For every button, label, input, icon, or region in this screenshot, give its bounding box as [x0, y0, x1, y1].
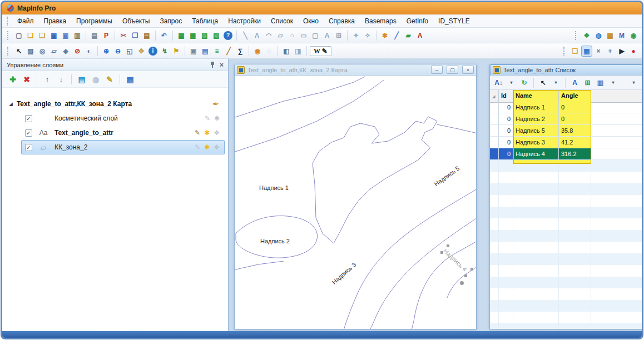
- menu-objects[interactable]: Объекты: [117, 16, 155, 27]
- map-label-nadpis-2[interactable]: Надпись 2: [260, 238, 290, 244]
- table-row[interactable]: 0 Надпись 3 41.2: [490, 137, 642, 148]
- layer-control-icon[interactable]: ▤: [200, 46, 211, 57]
- transparency-icon[interactable]: ◍: [90, 73, 102, 86]
- layer-checkbox[interactable]: ✓: [25, 115, 32, 122]
- save-table-icon[interactable]: ▣: [48, 30, 60, 41]
- set-target-icon[interactable]: ◉: [252, 46, 263, 57]
- table-corner-cell[interactable]: ◢: [490, 90, 499, 103]
- table-row[interactable]: 0 Надпись 5 35.8: [490, 125, 642, 137]
- window-list-icon[interactable]: ▦: [581, 46, 592, 57]
- change-view-icon[interactable]: ◱: [124, 46, 135, 57]
- minimize-button[interactable]: –: [431, 66, 443, 74]
- browser-window-titlebar[interactable]: ▦ Text_angle_to_attr Список: [490, 64, 642, 76]
- cell-id[interactable]: 0: [499, 113, 513, 125]
- zoom-out-icon[interactable]: ⊖: [112, 46, 123, 57]
- layer-row-text-angle[interactable]: ✓ Aa Text_angle_to_attr ✎ ✱ ❖: [21, 126, 225, 140]
- menu-list[interactable]: Список: [266, 16, 298, 27]
- map-window-titlebar[interactable]: ▦ Text_angle_to_attr,КК_зона_2 Карта – ▢…: [235, 64, 476, 76]
- select-arrow-dropdown-icon[interactable]: ▾: [550, 77, 562, 88]
- column-header-angle[interactable]: Angle: [559, 90, 591, 103]
- tool-extensions-icon[interactable]: ❖: [581, 30, 592, 41]
- arc-tool-icon[interactable]: ◠: [263, 30, 274, 41]
- pan-tool-icon[interactable]: ✥: [136, 46, 147, 57]
- export-pdf-icon[interactable]: P: [101, 30, 112, 41]
- catalog-browser-icon[interactable]: ▦: [605, 30, 616, 41]
- close-button[interactable]: ×: [462, 66, 474, 74]
- cell-name[interactable]: Надпись 5: [513, 125, 559, 137]
- table-row[interactable]: 0 Надпись 4 316.2: [490, 148, 642, 160]
- open-icon[interactable]: ❏: [25, 30, 36, 41]
- metadata-search-icon[interactable]: M: [616, 30, 627, 41]
- select-tool-icon[interactable]: ↖: [13, 46, 24, 57]
- cell-style-icon[interactable]: A: [569, 77, 581, 88]
- cell-id[interactable]: 0: [499, 148, 513, 160]
- layer-row-kk-zona[interactable]: ✓ ▱ КК_зона_2 ✎ ✱ ❖: [21, 140, 225, 154]
- close-window-icon[interactable]: ×: [593, 46, 604, 57]
- cell-angle[interactable]: 0: [559, 113, 591, 125]
- layer-checkbox[interactable]: ✓: [25, 129, 32, 137]
- print-icon[interactable]: ▤: [89, 30, 100, 41]
- clip-region-on-icon[interactable]: ◧: [281, 46, 292, 57]
- menu-id-style[interactable]: ID_STYLE: [433, 16, 475, 27]
- new-layout-icon[interactable]: ▧: [211, 30, 222, 41]
- remove-layer-icon[interactable]: ✖: [21, 73, 33, 86]
- ruler-icon[interactable]: ╱: [223, 46, 234, 57]
- theme-icon[interactable]: ❖: [214, 129, 220, 137]
- toolbar-options-icon[interactable]: ▾: [628, 77, 640, 88]
- clip-region-off-icon[interactable]: ◨: [293, 46, 304, 57]
- menu-getinfo[interactable]: GetInfo: [402, 16, 433, 27]
- cell-name[interactable]: Надпись 2: [513, 113, 559, 125]
- new-table-icon[interactable]: ▢: [13, 30, 24, 41]
- marquee-select-icon[interactable]: ▧: [25, 46, 36, 57]
- row-selector-cell[interactable]: [490, 137, 499, 148]
- expander-icon[interactable]: ◢: [9, 101, 13, 107]
- append-rows-icon[interactable]: ⊞: [582, 77, 593, 88]
- title-bar[interactable]: MapInfo Pro: [2, 2, 642, 14]
- column-header-id[interactable]: Id: [499, 90, 513, 103]
- region-style-icon[interactable]: ▰: [403, 30, 414, 41]
- invert-selection-icon[interactable]: ◐: [83, 46, 95, 57]
- move-layer-up-icon[interactable]: ↑: [41, 73, 53, 86]
- new-graph-icon[interactable]: ▨: [199, 30, 210, 41]
- selection-handle[interactable]: [470, 268, 473, 271]
- hotlink-icon[interactable]: ↯: [159, 46, 170, 57]
- menu-window[interactable]: Окно: [298, 16, 324, 27]
- line-style-icon[interactable]: ╱: [391, 30, 402, 41]
- new-map-icon[interactable]: ▩: [187, 30, 199, 41]
- edit-layer-icon[interactable]: ✎: [205, 114, 210, 122]
- close-panel-icon[interactable]: ×: [220, 61, 224, 69]
- new-browser-icon[interactable]: ▦: [176, 30, 187, 41]
- pick-columns-icon[interactable]: ▥: [595, 77, 606, 88]
- menu-query[interactable]: Запрос: [155, 16, 187, 27]
- browse-table-icon[interactable]: ▦: [124, 73, 136, 86]
- text-tool-icon[interactable]: A: [321, 30, 333, 41]
- cell-angle[interactable]: 0: [559, 102, 591, 113]
- layer-checkbox[interactable]: ✓: [25, 144, 32, 151]
- cut-icon[interactable]: ✂: [118, 30, 129, 41]
- line-tool-icon[interactable]: ╲: [240, 30, 251, 41]
- row-selector-cell[interactable]: [490, 113, 499, 125]
- cell-id[interactable]: 0: [499, 137, 513, 148]
- frame-tool-icon[interactable]: ⊞: [333, 30, 344, 41]
- add-window-icon[interactable]: +: [605, 46, 616, 57]
- maximize-button[interactable]: ▢: [447, 66, 458, 74]
- statistics-icon[interactable]: ∑: [235, 46, 246, 57]
- autolabel-icon[interactable]: ✱: [214, 114, 220, 122]
- help-icon[interactable]: ?: [224, 31, 232, 40]
- row-selector-cell[interactable]: [490, 102, 499, 113]
- autolabel-icon[interactable]: ✱: [204, 143, 210, 151]
- tree-root-row[interactable]: ◢ Text_angle_to_attr,КК_зона_2 Карта ✒: [2, 97, 228, 111]
- run-program-icon[interactable]: ▶: [616, 46, 627, 57]
- polygon-tool-icon[interactable]: ▱: [275, 30, 286, 41]
- rotation-handle[interactable]: [460, 281, 464, 285]
- add-node-icon[interactable]: ✧: [362, 30, 373, 41]
- cell-id[interactable]: 0: [499, 102, 513, 113]
- zoom-in-icon[interactable]: ⊕: [101, 46, 112, 57]
- menu-edit[interactable]: Правка: [39, 16, 72, 27]
- unselect-all-icon[interactable]: ⊘: [72, 46, 83, 57]
- table-row[interactable]: 0 Надпись 2 0: [490, 113, 642, 125]
- menu-options[interactable]: Настройки: [223, 16, 266, 27]
- cell-angle[interactable]: 316.2: [559, 148, 591, 160]
- move-layer-down-icon[interactable]: ↓: [55, 73, 67, 86]
- pin-icon[interactable]: [210, 61, 215, 68]
